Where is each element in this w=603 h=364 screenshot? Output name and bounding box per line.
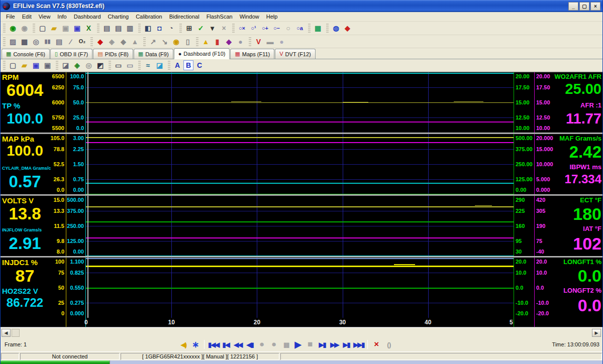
mute-button[interactable]: ◀) bbox=[177, 338, 189, 350]
vehicle-info-icon[interactable]: ◍ bbox=[330, 23, 342, 34]
record-button[interactable]: ● bbox=[256, 338, 268, 350]
save-log-icon[interactable]: ▣ bbox=[71, 23, 83, 34]
chart-cursor[interactable] bbox=[87, 258, 88, 318]
menu-view[interactable]: View bbox=[35, 13, 54, 21]
print-log-icon[interactable]: ▤ bbox=[113, 23, 124, 34]
dash-page-b[interactable]: B bbox=[183, 60, 193, 70]
gears-icon[interactable]: ◆ bbox=[223, 36, 235, 47]
waves-image-icon[interactable]: ≈ bbox=[142, 60, 154, 71]
new-dash-icon[interactable]: ▢ bbox=[7, 60, 19, 71]
options-button[interactable]: ∗ bbox=[189, 338, 202, 350]
columns-icon[interactable]: ▮▮ bbox=[42, 36, 53, 47]
tools-icon[interactable]: ▲ bbox=[200, 36, 212, 47]
playback-data-icon[interactable]: ◆ bbox=[118, 36, 129, 47]
print-preview-icon[interactable]: ▥ bbox=[124, 23, 136, 34]
save-dash-as-icon[interactable]: ▣ bbox=[42, 60, 53, 71]
open-file-icon[interactable]: ▰ bbox=[48, 23, 60, 34]
fuel-pump-icon[interactable]: ▮ bbox=[212, 36, 223, 47]
bullseye-icon[interactable]: ◎ bbox=[30, 36, 42, 47]
go-end-button[interactable]: ▶▶▮ bbox=[352, 338, 365, 350]
drop-icon[interactable]: ● bbox=[276, 36, 287, 47]
pause-button[interactable]: ▮▮ bbox=[280, 338, 292, 350]
chart-plot-area-2[interactable] bbox=[86, 134, 514, 194]
monitor-b-icon[interactable]: ▭ bbox=[124, 60, 136, 71]
menu-charting[interactable]: Charting bbox=[105, 13, 133, 21]
gas-pump-icon[interactable]: ▯ bbox=[182, 36, 193, 47]
next-frame-button[interactable]: ▶▮ bbox=[316, 338, 328, 350]
scroll-right-button[interactable]: ▶ bbox=[592, 329, 601, 337]
chart-menu-arrow-icon[interactable]: ▾ bbox=[207, 23, 218, 34]
menu-dashboard[interactable]: Dashboard bbox=[70, 13, 105, 21]
tab-data[interactable]: ▦Data (F9) bbox=[134, 49, 173, 59]
zoom-all-icon[interactable]: ○a bbox=[294, 23, 306, 34]
cable-icon[interactable]: ▬ bbox=[264, 36, 276, 47]
open-dash-icon[interactable]: ▰ bbox=[19, 60, 30, 71]
mouse-settings-icon[interactable]: ◔ bbox=[165, 23, 177, 34]
zoom-sel-icon[interactable]: ○ bbox=[282, 23, 294, 34]
fullscreen-icon[interactable]: ⊞ bbox=[183, 23, 195, 34]
scan-tool-icon[interactable]: ◘ bbox=[154, 23, 165, 34]
snapshot-icon[interactable]: ▲ bbox=[129, 36, 141, 47]
record-all-button[interactable]: ● bbox=[268, 338, 280, 350]
zoom-in-icon[interactable]: ○+ bbox=[259, 23, 271, 34]
export-excel-icon[interactable]: X bbox=[83, 23, 94, 34]
traffic-light-icon[interactable]: ◉ bbox=[170, 36, 182, 47]
tab-dashboard[interactable]: ●Dashboard (F10) bbox=[174, 48, 230, 59]
tab-maps[interactable]: ▦Maps (F11) bbox=[230, 49, 274, 59]
monitor-data-icon[interactable]: ◈ bbox=[106, 36, 118, 47]
play-button[interactable]: ▶ bbox=[292, 338, 304, 350]
minimize-button[interactable]: _ bbox=[568, 2, 578, 11]
connect-icon[interactable]: ◉ bbox=[7, 23, 19, 34]
save-file-icon[interactable]: ▣ bbox=[60, 23, 71, 34]
pid-list-icon[interactable]: ▤ bbox=[53, 36, 65, 47]
copy-dash-icon[interactable]: ◪ bbox=[60, 60, 71, 71]
theme-dash-icon[interactable]: ◩ bbox=[94, 60, 106, 71]
help-book-icon[interactable]: ◆ bbox=[342, 23, 353, 34]
chart-cursor[interactable] bbox=[87, 72, 88, 133]
menu-edit[interactable]: Edit bbox=[19, 13, 35, 21]
disconnect-icon[interactable]: ◉ bbox=[19, 23, 30, 34]
menu-file[interactable]: File bbox=[3, 13, 19, 21]
bio-ball-icon[interactable]: ● bbox=[235, 36, 246, 47]
prev-frame-button[interactable]: ◀▮ bbox=[244, 338, 256, 350]
new-file-icon[interactable]: ▢ bbox=[37, 23, 48, 34]
rewind-button[interactable]: ◀◀ bbox=[232, 338, 244, 350]
clear-markers-button[interactable]: × bbox=[370, 338, 382, 350]
zoom-out-icon[interactable]: ○− bbox=[271, 23, 282, 34]
chart-cursor[interactable] bbox=[87, 196, 88, 256]
chart-plot-area-4[interactable] bbox=[86, 258, 514, 318]
menu-calibration[interactable]: Calibration bbox=[132, 13, 166, 21]
loop-button[interactable]: ( ) bbox=[382, 338, 394, 350]
print-icon[interactable]: ▤ bbox=[101, 23, 113, 34]
zoom-f1-icon[interactable]: ○¹ bbox=[248, 23, 259, 34]
o2-icon[interactable]: O₂ bbox=[76, 36, 88, 47]
menu-bidirectional[interactable]: Bidirectional bbox=[166, 13, 203, 21]
tab-pids[interactable]: ▤PIDs (F8) bbox=[93, 49, 133, 59]
fast-forward-button[interactable]: ▶▶ bbox=[328, 338, 340, 350]
scroll-thumb[interactable] bbox=[12, 329, 20, 337]
validate-pids-icon[interactable]: ▦ bbox=[19, 36, 30, 47]
data-table-icon[interactable]: ▦ bbox=[312, 23, 324, 34]
dvt-check-icon[interactable]: V bbox=[253, 36, 264, 47]
edit-pids-icon[interactable]: ∕ bbox=[65, 36, 76, 47]
stop-button[interactable]: ■ bbox=[304, 338, 316, 350]
upload-tune-icon[interactable]: ↗ bbox=[147, 36, 159, 47]
monitor-a-icon[interactable]: ▭ bbox=[113, 60, 124, 71]
menu-flashscan[interactable]: FlashScan bbox=[203, 13, 236, 21]
tab-obd[interactable]: ▯OBD II (F7) bbox=[50, 49, 92, 59]
chart-pen-icon[interactable]: ✓ bbox=[195, 23, 207, 34]
chart-plot-area-3[interactable] bbox=[86, 196, 514, 256]
save-dash-icon[interactable]: ▣ bbox=[30, 60, 42, 71]
tab-dvt[interactable]: VDVT (F12) bbox=[275, 49, 315, 59]
record-data-icon[interactable]: ◆ bbox=[94, 36, 106, 47]
tab-console[interactable]: ▦Console (F6) bbox=[2, 49, 50, 59]
scroll-left-button[interactable]: ◀ bbox=[2, 329, 11, 337]
menu-info[interactable]: Info bbox=[54, 13, 70, 21]
maximize-button[interactable]: ▢ bbox=[579, 2, 589, 11]
lock-dash-icon[interactable]: ◎ bbox=[83, 60, 94, 71]
log-profile-icon[interactable]: ▨ bbox=[7, 36, 19, 47]
go-start-button[interactable]: ▮◀◀ bbox=[207, 338, 220, 350]
chart-cursor[interactable] bbox=[87, 134, 88, 194]
delete-chart-icon[interactable]: × bbox=[218, 23, 230, 34]
prev-marker-button[interactable]: ▮◀ bbox=[220, 338, 232, 350]
